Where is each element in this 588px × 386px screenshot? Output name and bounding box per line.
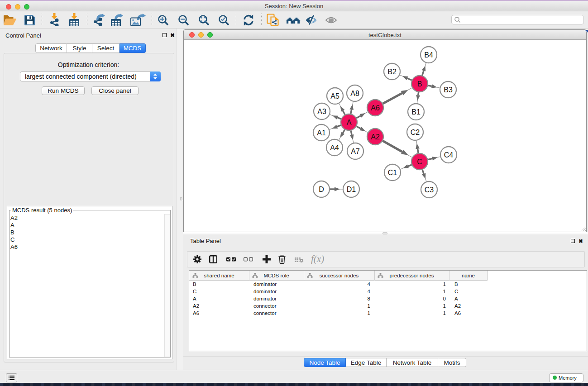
- svg-text:A3: A3: [317, 108, 326, 115]
- svg-text:B1: B1: [411, 108, 421, 116]
- svg-text:C: C: [417, 158, 422, 166]
- svg-text:D1: D1: [347, 186, 356, 193]
- svg-text:C3: C3: [425, 186, 434, 194]
- svg-text:C4: C4: [444, 151, 454, 159]
- svg-text:A5: A5: [330, 92, 339, 100]
- svg-text:B3: B3: [444, 86, 453, 94]
- svg-text:B: B: [417, 80, 422, 88]
- svg-text:C2: C2: [411, 129, 420, 136]
- svg-text:B2: B2: [387, 68, 397, 76]
- svg-text:A2: A2: [371, 133, 380, 141]
- svg-text:A6: A6: [371, 104, 380, 112]
- svg-text:A7: A7: [351, 148, 360, 155]
- svg-text:A8: A8: [350, 90, 359, 97]
- svg-text:A1: A1: [317, 129, 326, 137]
- svg-text:A4: A4: [330, 144, 339, 152]
- svg-text:C1: C1: [388, 169, 397, 176]
- svg-text:A: A: [347, 119, 352, 126]
- svg-text:B4: B4: [424, 51, 433, 59]
- svg-text:D: D: [319, 186, 324, 193]
